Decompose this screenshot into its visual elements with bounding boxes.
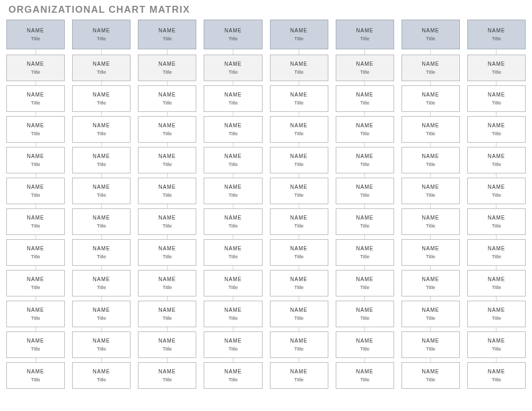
org-cell[interactable]: NAMETitle xyxy=(138,208,196,235)
org-cell[interactable]: NAMETitle xyxy=(204,116,262,143)
org-cell[interactable]: NAMETitle xyxy=(6,362,65,389)
org-cell[interactable]: NAMETitle xyxy=(6,116,65,143)
org-cell[interactable]: NAMETitle xyxy=(336,208,394,235)
org-cell[interactable]: NAMETitle xyxy=(138,20,196,49)
org-cell[interactable]: NAMETitle xyxy=(204,20,262,49)
org-cell[interactable]: NAMETitle xyxy=(467,178,526,204)
org-cell[interactable]: NAMETitle xyxy=(72,208,130,235)
org-cell[interactable]: NAMETitle xyxy=(72,301,130,327)
org-cell[interactable]: NAMETitle xyxy=(402,362,460,389)
org-cell[interactable]: NAMETitle xyxy=(467,239,526,266)
org-cell[interactable]: NAMETitle xyxy=(402,116,460,143)
org-cell[interactable]: NAMETitle xyxy=(270,55,328,81)
org-cell[interactable]: NAMETitle xyxy=(467,116,526,143)
org-cell[interactable]: NAMETitle xyxy=(467,208,526,235)
org-cell[interactable]: NAMETitle xyxy=(270,301,328,327)
org-cell[interactable]: NAMETitle xyxy=(402,178,460,204)
cell-wrap: NAMETitle xyxy=(402,49,460,81)
org-cell[interactable]: NAMETitle xyxy=(336,147,394,173)
org-cell[interactable]: NAMETitle xyxy=(72,116,130,143)
org-cell[interactable]: NAMETitle xyxy=(72,331,130,358)
org-cell[interactable]: NAMETitle xyxy=(6,208,65,235)
org-cell[interactable]: NAMETitle xyxy=(138,116,196,143)
cell-name: NAME xyxy=(273,215,326,221)
org-cell[interactable]: NAMETitle xyxy=(204,85,262,112)
org-cell[interactable]: NAMETitle xyxy=(6,20,65,49)
org-cell[interactable]: NAMETitle xyxy=(336,116,394,143)
org-cell[interactable]: NAMETitle xyxy=(6,301,65,327)
org-cell[interactable]: NAMETitle xyxy=(467,270,526,296)
org-cell[interactable]: NAMETitle xyxy=(336,55,394,81)
org-cell[interactable]: NAMETitle xyxy=(270,20,328,49)
org-cell[interactable]: NAMETitle xyxy=(6,85,65,112)
org-cell[interactable]: NAMETitle xyxy=(72,239,130,266)
org-cell[interactable]: NAMETitle xyxy=(138,362,196,389)
org-cell[interactable]: NAMETitle xyxy=(467,331,526,358)
org-cell[interactable]: NAMETitle xyxy=(138,147,196,173)
org-cell[interactable]: NAMETitle xyxy=(336,239,394,266)
org-cell[interactable]: NAMETitle xyxy=(6,270,65,296)
org-cell[interactable]: NAMETitle xyxy=(72,178,130,204)
org-cell[interactable]: NAMETitle xyxy=(204,55,262,81)
org-cell[interactable]: NAMETitle xyxy=(467,55,526,81)
org-cell[interactable]: NAMETitle xyxy=(467,362,526,389)
org-cell[interactable]: NAMETitle xyxy=(336,331,394,358)
org-cell[interactable]: NAMETitle xyxy=(6,331,65,358)
org-cell[interactable]: NAMETitle xyxy=(72,85,130,112)
org-cell[interactable]: NAMETitle xyxy=(204,178,262,204)
org-cell[interactable]: NAMETitle xyxy=(336,362,394,389)
org-cell[interactable]: NAMETitle xyxy=(402,55,460,81)
org-cell[interactable]: NAMETitle xyxy=(402,20,460,49)
org-cell[interactable]: NAMETitle xyxy=(138,85,196,112)
org-cell[interactable]: NAMETitle xyxy=(467,147,526,173)
org-cell[interactable]: NAMETitle xyxy=(72,147,130,173)
org-cell[interactable]: NAMETitle xyxy=(336,270,394,296)
org-cell[interactable]: NAMETitle xyxy=(402,270,460,296)
org-cell[interactable]: NAMETitle xyxy=(270,331,328,358)
org-cell[interactable]: NAMETitle xyxy=(6,55,65,81)
org-cell[interactable]: NAMETitle xyxy=(402,85,460,112)
org-cell[interactable]: NAMETitle xyxy=(138,301,196,327)
org-cell[interactable]: NAMETitle xyxy=(204,331,262,358)
org-cell[interactable]: NAMETitle xyxy=(204,147,262,173)
org-cell[interactable]: NAMETitle xyxy=(72,20,130,49)
org-cell[interactable]: NAMETitle xyxy=(6,147,65,173)
org-cell[interactable]: NAMETitle xyxy=(72,362,130,389)
org-cell[interactable]: NAMETitle xyxy=(270,178,328,204)
org-cell[interactable]: NAMETitle xyxy=(270,116,328,143)
org-cell[interactable]: NAMETitle xyxy=(72,55,130,81)
org-cell[interactable]: NAMETitle xyxy=(270,362,328,389)
org-cell[interactable]: NAMETitle xyxy=(402,239,460,266)
org-cell[interactable]: NAMETitle xyxy=(138,331,196,358)
org-cell[interactable]: NAMETitle xyxy=(336,85,394,112)
org-cell[interactable]: NAMETitle xyxy=(336,20,394,49)
org-cell[interactable]: NAMETitle xyxy=(467,85,526,112)
org-cell[interactable]: NAMETitle xyxy=(138,239,196,266)
org-cell[interactable]: NAMETitle xyxy=(270,239,328,266)
org-cell[interactable]: NAMETitle xyxy=(138,178,196,204)
org-cell[interactable]: NAMETitle xyxy=(138,55,196,81)
org-cell[interactable]: NAMETitle xyxy=(336,178,394,204)
org-cell[interactable]: NAMETitle xyxy=(402,331,460,358)
cell-name: NAME xyxy=(338,369,391,374)
org-cell[interactable]: NAMETitle xyxy=(336,301,394,327)
org-cell[interactable]: NAMETitle xyxy=(467,20,526,49)
org-cell[interactable]: NAMETitle xyxy=(402,147,460,173)
org-cell[interactable]: NAMETitle xyxy=(204,208,262,235)
org-cell[interactable]: NAMETitle xyxy=(270,208,328,235)
org-cell[interactable]: NAMETitle xyxy=(270,270,328,296)
connector-line xyxy=(233,112,233,116)
org-cell[interactable]: NAMETitle xyxy=(467,301,526,327)
org-cell[interactable]: NAMETitle xyxy=(204,301,262,327)
org-cell[interactable]: NAMETitle xyxy=(402,301,460,327)
org-cell[interactable]: NAMETitle xyxy=(270,147,328,173)
org-cell[interactable]: NAMETitle xyxy=(204,362,262,389)
org-cell[interactable]: NAMETitle xyxy=(72,270,130,296)
org-cell[interactable]: NAMETitle xyxy=(204,239,262,266)
org-cell[interactable]: NAMETitle xyxy=(270,85,328,112)
org-cell[interactable]: NAMETitle xyxy=(402,208,460,235)
org-cell[interactable]: NAMETitle xyxy=(204,270,262,296)
org-cell[interactable]: NAMETitle xyxy=(6,178,65,204)
org-cell[interactable]: NAMETitle xyxy=(138,270,196,296)
org-cell[interactable]: NAMETitle xyxy=(6,239,65,266)
